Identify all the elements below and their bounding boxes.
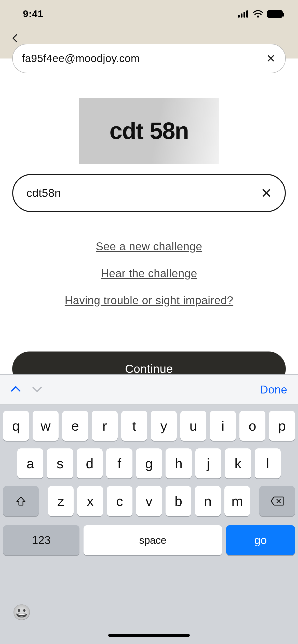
cellular-signal-icon — [238, 10, 249, 18]
keyboard-accessory-bar: Done — [0, 375, 298, 405]
key-j[interactable]: j — [195, 448, 221, 478]
keyboard-rows: qwertyuiop asdfghjkl zxcvbnm 123 space g… — [0, 405, 298, 596]
svg-point-4 — [257, 16, 259, 18]
key-k[interactable]: k — [225, 448, 251, 478]
status-indicators — [238, 10, 283, 18]
captcha-image: cdt58n — [79, 98, 219, 164]
key-b[interactable]: b — [166, 486, 191, 516]
numbers-key[interactable]: 123 — [3, 525, 79, 555]
key-r[interactable]: r — [92, 411, 118, 441]
captcha-links: See a new challenge Hear the challenge H… — [12, 240, 286, 307]
status-time: 9:41 — [23, 9, 43, 20]
space-key[interactable]: space — [84, 525, 222, 555]
key-a[interactable]: a — [17, 448, 43, 478]
home-indicator[interactable] — [108, 634, 190, 637]
svg-rect-2 — [243, 12, 245, 18]
main-content: ✕ cdt58n ✕ See a new challenge Hear the … — [0, 44, 298, 428]
form-nav-arrows — [11, 385, 42, 394]
keyboard: Done qwertyuiop asdfghjkl zxcvbnm 123 sp… — [0, 374, 298, 644]
key-v[interactable]: v — [136, 486, 162, 516]
key-t[interactable]: t — [121, 411, 147, 441]
key-g[interactable]: g — [136, 448, 162, 478]
backspace-key[interactable] — [259, 486, 295, 516]
svg-rect-0 — [238, 15, 240, 18]
key-x[interactable]: x — [77, 486, 103, 516]
svg-rect-3 — [246, 10, 248, 18]
key-y[interactable]: y — [151, 411, 177, 441]
key-f[interactable]: f — [106, 448, 132, 478]
key-m[interactable]: m — [224, 486, 250, 516]
hear-challenge-link[interactable]: Hear the challenge — [12, 267, 286, 280]
key-u[interactable]: u — [180, 411, 206, 441]
key-i[interactable]: i — [210, 411, 236, 441]
trouble-link[interactable]: Having trouble or sight impaired? — [12, 294, 286, 307]
key-q[interactable]: q — [3, 411, 29, 441]
email-input-wrap[interactable]: ✕ — [12, 44, 286, 73]
key-n[interactable]: n — [195, 486, 221, 516]
keyboard-row-1: qwertyuiop — [3, 411, 295, 441]
next-field-button[interactable] — [32, 385, 42, 394]
captcha-text: cdt58n — [110, 118, 189, 144]
key-h[interactable]: h — [166, 448, 192, 478]
clear-email-button[interactable]: ✕ — [264, 50, 278, 67]
prev-field-button[interactable] — [11, 385, 21, 394]
keyboard-row-2: asdfghjkl — [3, 448, 295, 478]
shift-key[interactable] — [3, 486, 39, 516]
new-challenge-link[interactable]: See a new challenge — [12, 240, 286, 253]
keyboard-row-4: 123 space go — [3, 524, 295, 555]
captcha-input[interactable] — [26, 187, 258, 199]
keyboard-done-button[interactable]: Done — [260, 383, 287, 396]
emoji-button[interactable]: 😀 — [12, 603, 31, 621]
key-o[interactable]: o — [239, 411, 265, 441]
key-p[interactable]: p — [269, 411, 295, 441]
key-d[interactable]: d — [77, 448, 103, 478]
wifi-icon — [253, 10, 263, 18]
back-button[interactable] — [5, 28, 25, 48]
captcha-input-wrap[interactable]: ✕ — [12, 174, 286, 212]
key-s[interactable]: s — [47, 448, 73, 478]
key-l[interactable]: l — [255, 448, 281, 478]
keyboard-row-3: zxcvbnm — [3, 486, 295, 516]
key-c[interactable]: c — [107, 486, 132, 516]
svg-rect-1 — [241, 13, 242, 18]
key-w[interactable]: w — [33, 411, 59, 441]
battery-icon — [267, 10, 283, 18]
email-input[interactable] — [22, 52, 264, 65]
go-key[interactable]: go — [226, 525, 295, 555]
key-e[interactable]: e — [62, 411, 88, 441]
clear-captcha-button[interactable]: ✕ — [258, 184, 275, 202]
status-bar: 9:41 — [0, 0, 298, 28]
key-z[interactable]: z — [48, 486, 74, 516]
